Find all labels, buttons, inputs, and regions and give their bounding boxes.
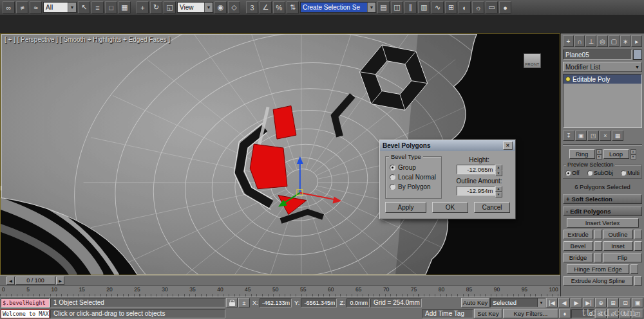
soft-selection-rollout[interactable]: + Soft Selection <box>563 194 642 204</box>
bridge-button[interactable]: Bridge <box>564 253 593 262</box>
select-object-icon[interactable]: ↖ <box>78 1 90 14</box>
schematic-view-icon[interactable]: ⊞ <box>445 1 457 14</box>
outline-settings-button[interactable] <box>634 230 642 239</box>
ring-spinner[interactable]: ▲ ▼ <box>596 149 602 160</box>
spinner-up-icon[interactable]: ▲ <box>495 165 502 170</box>
spinner-down-icon[interactable]: ▼ <box>495 170 502 176</box>
make-unique-icon[interactable]: ◳ <box>587 131 599 141</box>
use-pivot-point-icon[interactable]: ◉ <box>214 1 227 14</box>
go-to-end-icon[interactable]: ▶| <box>583 298 594 307</box>
spinner-snap-icon[interactable]: ⇅ <box>287 1 299 14</box>
key-mode-toggle-icon[interactable]: ♦ <box>559 309 571 318</box>
outline-amount-input[interactable] <box>457 186 495 196</box>
extrude-settings-button[interactable] <box>594 230 602 239</box>
preview-off-option[interactable]: Off <box>565 170 580 176</box>
select-by-name-icon[interactable]: ≡ <box>91 1 104 14</box>
create-tab-icon[interactable]: + <box>563 35 574 47</box>
modifier-visibility-icon[interactable] <box>565 77 571 82</box>
utilities-tab-icon[interactable]: ∗ <box>620 35 631 47</box>
named-selection-sets-dropdown[interactable]: Create Selection Se▼ <box>300 2 376 13</box>
preview-multi-option[interactable]: Multi <box>621 170 639 176</box>
extrude-button[interactable]: Extrude <box>564 230 593 239</box>
y-coordinate-field[interactable] <box>301 298 337 307</box>
modifier-list-dropdown[interactable]: Modifier List ▼ <box>563 62 642 72</box>
bevel-settings-button[interactable] <box>594 241 602 251</box>
pin-stack-icon[interactable]: ↧ <box>563 131 574 141</box>
x-coordinate-field[interactable] <box>260 298 292 307</box>
hierarchy-tab-icon[interactable]: ⊥ <box>585 35 596 47</box>
z-coordinate-field[interactable] <box>346 298 370 307</box>
radio-group-option[interactable]: Group <box>390 164 437 171</box>
cancel-button[interactable]: Cancel <box>474 202 510 213</box>
radio-icon[interactable] <box>621 170 626 176</box>
selection-lock-toggle[interactable] <box>226 298 238 307</box>
radio-icon[interactable] <box>390 174 395 180</box>
rendered-frame-icon[interactable]: ▭ <box>486 1 498 14</box>
radio-by-polygon-option[interactable]: By Polygon <box>390 183 437 190</box>
spinner-up-icon[interactable]: ▲ <box>596 149 602 154</box>
time-slider-handle[interactable]: 0 / 100 <box>15 277 55 285</box>
zoom-extents-all-icon[interactable]: ▣ <box>632 298 643 307</box>
play-animation-icon[interactable]: ▶ <box>571 298 582 307</box>
key-mode-dropdown[interactable]: Selected ▼ <box>490 298 545 307</box>
zoom-all-icon[interactable]: ⊞ <box>607 298 619 307</box>
mirror-icon[interactable]: ◫ <box>391 1 403 14</box>
dialog-title-bar[interactable]: Bevel Polygons × <box>380 140 515 151</box>
select-and-manipulate-icon[interactable]: ◇ <box>228 1 240 14</box>
height-input[interactable] <box>457 165 495 174</box>
panel-expand-icon[interactable]: ▸ <box>631 35 642 47</box>
maxscript-mini-listener-input[interactable]: $.bevelHeight : <box>1 298 50 307</box>
time-slider-track[interactable]: ◀ 0 / 100 ▶ <box>0 275 560 285</box>
material-editor-icon[interactable]: ◐ <box>459 1 471 14</box>
spinner-down-icon[interactable]: ▼ <box>596 154 602 160</box>
show-end-result-icon[interactable]: ▣ <box>575 131 587 141</box>
loop-spinner[interactable]: ▲ ▼ <box>630 149 636 160</box>
radio-icon[interactable] <box>390 165 395 170</box>
extrude-along-spline-settings-button[interactable] <box>634 276 642 286</box>
set-key-button[interactable]: Set Key <box>474 309 502 318</box>
spinner-down-icon[interactable]: ▼ <box>630 154 636 160</box>
select-and-link-icon[interactable]: ∞ <box>3 1 15 14</box>
unlink-selection-icon[interactable]: ≠ <box>16 1 28 14</box>
object-color-swatch[interactable] <box>633 50 642 60</box>
layer-manager-icon[interactable]: ▥ <box>418 1 430 14</box>
insert-vertex-button[interactable]: Insert Vertex <box>567 218 639 228</box>
preview-subobj-option[interactable]: SubObj <box>587 170 613 176</box>
track-bar[interactable]: 0510152025303540455055606570758085909510… <box>0 285 560 296</box>
bind-to-space-warp-icon[interactable]: ≈ <box>30 1 42 14</box>
ring-button[interactable]: Ring <box>569 149 595 159</box>
radio-local-normal-option[interactable]: Local Normal <box>390 174 437 181</box>
extrude-along-spline-button[interactable]: Extrude Along Spline <box>564 276 633 286</box>
hinge-from-edge-button[interactable]: Hinge From Edge <box>567 264 629 274</box>
select-and-move-icon[interactable]: + <box>137 1 149 14</box>
dropdown-arrow-icon[interactable]: ▼ <box>68 3 76 12</box>
radio-icon[interactable] <box>390 184 395 190</box>
select-and-scale-icon[interactable]: ◱ <box>164 1 176 14</box>
dropdown-arrow-icon[interactable]: ▼ <box>633 65 641 69</box>
select-and-rotate-icon[interactable]: ↻ <box>150 1 162 14</box>
curve-editor-icon[interactable]: ∿ <box>431 1 444 14</box>
spinner-down-icon[interactable]: ▼ <box>495 192 502 197</box>
hinge-settings-button[interactable] <box>630 264 638 274</box>
align-icon[interactable]: ∥ <box>404 1 417 14</box>
angle-snap-icon[interactable]: ∠ <box>260 1 272 14</box>
inset-button[interactable]: Inset <box>603 241 633 251</box>
outline-button[interactable]: Outline <box>603 230 633 239</box>
apply-button[interactable]: Apply <box>385 202 426 213</box>
ok-button[interactable]: OK <box>432 202 468 213</box>
motion-tab-icon[interactable]: ◎ <box>597 35 608 47</box>
absolute-offset-toggle-icon[interactable]: ± <box>238 298 250 307</box>
bevel-button[interactable]: Bevel <box>564 241 593 251</box>
display-tab-icon[interactable]: ▢ <box>609 35 620 47</box>
flip-button[interactable]: Flip <box>603 253 642 262</box>
viewport-label[interactable]: [ + ] [ Perspective ] [ Smooth + Highlig… <box>5 36 170 43</box>
inset-settings-button[interactable] <box>634 241 642 251</box>
perspective-viewport[interactable]: [ + ] [ Perspective ] [ Smooth + Highlig… <box>0 33 560 275</box>
loop-button[interactable]: Loop <box>603 149 629 159</box>
snap-toggle-3d-icon[interactable]: 3 <box>246 1 258 14</box>
rollout-collapse-icon[interactable]: - <box>566 208 568 215</box>
dropdown-arrow-icon[interactable]: ▼ <box>367 3 375 12</box>
stack-item-editable-poly[interactable]: Editable Poly <box>564 75 641 84</box>
bridge-settings-button[interactable] <box>594 253 602 262</box>
next-frame-arrow-icon[interactable]: ▶ <box>56 277 64 285</box>
